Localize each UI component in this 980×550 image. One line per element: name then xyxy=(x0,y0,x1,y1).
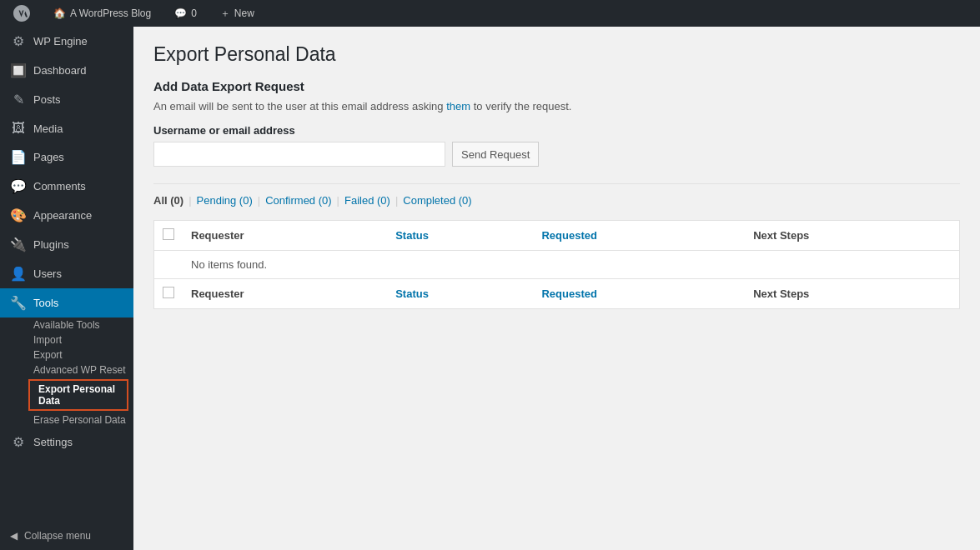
main-content: Export Personal Data Add Data Export Req… xyxy=(133,27,980,550)
filter-completed[interactable]: Completed (0) xyxy=(403,194,471,207)
sidebar-item-appearance[interactable]: 🎨 Appearance xyxy=(0,201,133,230)
sidebar-item-settings[interactable]: ⚙ Settings xyxy=(0,428,133,457)
section-title: Add Data Export Request xyxy=(153,79,960,93)
col-footer-status-label: Status xyxy=(395,288,429,300)
appearance-icon: 🎨 xyxy=(10,208,27,223)
sidebar-item-tools[interactable]: 🔧 Tools xyxy=(0,288,133,318)
sidebar-item-users[interactable]: 👤 Users xyxy=(0,259,133,288)
comments-menu-icon: 💬 xyxy=(10,178,27,194)
table-footer-row: Requester Status Requested Next Steps xyxy=(154,279,960,309)
sidebar-sub-erase-personal-data[interactable]: Erase Personal Data xyxy=(0,412,133,428)
description-text: An email will be sent to the user at thi… xyxy=(153,100,960,112)
sidebar-label-posts: Posts xyxy=(33,93,61,106)
sidebar-label-tools: Tools xyxy=(33,297,58,309)
collapse-icon: ◀ xyxy=(10,530,18,542)
filter-bar: All (0) | Pending (0) | Confirmed (0) | … xyxy=(153,194,960,207)
sidebar-item-comments[interactable]: 💬 Comments xyxy=(0,172,133,201)
filter-all[interactable]: All (0) xyxy=(153,194,183,207)
username-email-input[interactable] xyxy=(153,142,445,167)
wp-logo-icon xyxy=(13,5,30,22)
admin-bar: 🏠 A WordPress Blog 💬 0 ＋ New xyxy=(0,0,980,27)
site-name-label: A WordPress Blog xyxy=(70,8,151,19)
sidebar-label-appearance: Appearance xyxy=(33,209,92,222)
site-name-button[interactable]: 🏠 A WordPress Blog xyxy=(48,0,156,27)
form-label: Username or email address xyxy=(153,124,960,137)
home-icon: 🏠 xyxy=(53,8,66,19)
no-items-row: No items found. xyxy=(154,251,960,279)
divider-1 xyxy=(153,183,960,184)
dashboard-icon: 🔲 xyxy=(10,62,27,78)
col-footer-requested-label: Requested xyxy=(541,288,596,300)
col-header-requester: Requester xyxy=(183,221,387,251)
sidebar-item-pages[interactable]: 📄 Pages xyxy=(0,142,133,172)
plugins-icon: 🔌 xyxy=(10,237,27,252)
sidebar-sub-export-personal-data[interactable]: Export Personal Data xyxy=(28,379,128,411)
sidebar-sub-import[interactable]: Import xyxy=(0,332,133,348)
col-header-status: Status xyxy=(387,221,533,251)
col-footer-requester: Requester xyxy=(183,279,387,309)
col-footer-requested: Requested xyxy=(533,279,745,309)
users-icon: 👤 xyxy=(10,266,27,282)
collapse-menu-button[interactable]: ◀ Collapse menu xyxy=(0,522,133,550)
filter-failed[interactable]: Failed (0) xyxy=(344,194,390,207)
data-table: Requester Status Requested Next Steps No… xyxy=(153,220,960,309)
col-header-requested: Requested xyxy=(533,221,745,251)
sidebar-sub-available-tools[interactable]: Available Tools xyxy=(0,318,133,332)
col-header-checkbox xyxy=(154,221,183,251)
comments-icon: 💬 xyxy=(174,8,187,19)
sidebar-label-users: Users xyxy=(33,268,62,280)
description-link: them xyxy=(446,100,470,112)
filter-pending[interactable]: Pending (0) xyxy=(197,194,253,207)
col-footer-status: Status xyxy=(387,279,533,309)
filter-confirmed[interactable]: Confirmed (0) xyxy=(265,194,331,207)
sidebar: ⚙ WP Engine 🔲 Dashboard ✎ Posts 🖼 Media … xyxy=(0,27,133,550)
wp-engine-icon: ⚙ xyxy=(10,33,27,49)
sidebar-label-dashboard: Dashboard xyxy=(33,64,87,77)
send-request-button[interactable]: Send Request xyxy=(452,142,539,167)
sidebar-item-plugins[interactable]: 🔌 Plugins xyxy=(0,230,133,259)
col-footer-next-steps: Next Steps xyxy=(745,279,959,309)
comments-count: 0 xyxy=(191,8,197,19)
page-title: Export Personal Data xyxy=(153,43,960,66)
media-icon: 🖼 xyxy=(10,121,27,136)
plus-icon: ＋ xyxy=(220,7,230,21)
settings-icon: ⚙ xyxy=(10,434,27,450)
table-header-row: Requester Status Requested Next Steps xyxy=(154,221,960,251)
select-all-checkbox[interactable] xyxy=(163,228,174,240)
wp-logo-button[interactable] xyxy=(8,0,35,27)
new-button[interactable]: ＋ New xyxy=(215,0,259,27)
no-items-cell: No items found. xyxy=(183,251,960,279)
posts-icon: ✎ xyxy=(10,92,27,108)
sidebar-label-settings: Settings xyxy=(33,436,73,448)
sidebar-label-comments: Comments xyxy=(33,180,86,192)
sidebar-item-wp-engine[interactable]: ⚙ WP Engine xyxy=(0,27,133,56)
pages-icon: 📄 xyxy=(10,149,27,165)
request-form: Send Request xyxy=(153,142,960,167)
sidebar-label-plugins: Plugins xyxy=(33,238,69,251)
collapse-menu-label: Collapse menu xyxy=(24,530,91,542)
tools-icon: 🔧 xyxy=(10,295,27,311)
new-label: New xyxy=(234,8,254,19)
sidebar-sub-advanced-wp-reset[interactable]: Advanced WP Reset xyxy=(0,362,133,378)
sidebar-label-pages: Pages xyxy=(33,151,64,163)
select-all-bottom-checkbox[interactable] xyxy=(163,287,174,298)
sidebar-label-media: Media xyxy=(33,122,63,135)
col-requested-label: Requested xyxy=(541,229,596,242)
col-header-next-steps: Next Steps xyxy=(745,221,959,251)
sidebar-sub-export[interactable]: Export xyxy=(0,348,133,362)
sidebar-label-wp-engine: WP Engine xyxy=(33,35,88,48)
sidebar-item-posts[interactable]: ✎ Posts xyxy=(0,85,133,114)
comments-button[interactable]: 💬 0 xyxy=(169,0,202,27)
sidebar-item-dashboard[interactable]: 🔲 Dashboard xyxy=(0,56,133,85)
sidebar-item-media[interactable]: 🖼 Media xyxy=(0,114,133,142)
col-footer-checkbox xyxy=(154,279,183,309)
col-status-label: Status xyxy=(395,229,429,242)
